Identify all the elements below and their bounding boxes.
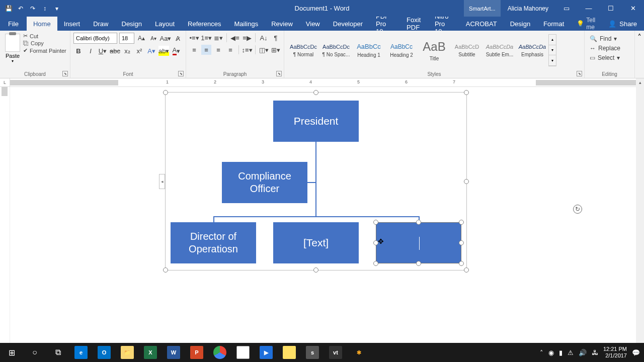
strikethrough-button[interactable]: abc xyxy=(110,46,120,56)
font-color-button[interactable]: A▾ xyxy=(171,46,181,56)
taskbar-clock[interactable]: 12:21 PM 2/1/2017 xyxy=(603,346,627,359)
tray-wifi-icon[interactable]: ⚠ xyxy=(568,349,574,356)
tab-acrobat[interactable]: ACROBAT xyxy=(459,17,504,31)
tab-references[interactable]: References xyxy=(181,17,227,31)
tab-view[interactable]: View xyxy=(299,17,327,31)
style-title[interactable]: AaBTitle xyxy=(418,34,450,66)
cut-button[interactable]: ✂Cut xyxy=(23,33,66,39)
taskbar-app5[interactable]: ✱ xyxy=(347,343,370,362)
grow-font-button[interactable]: A▴ xyxy=(136,33,146,43)
taskbar-app1[interactable] xyxy=(231,343,255,362)
tab-file[interactable]: File xyxy=(0,17,27,31)
tab-home[interactable]: Home xyxy=(27,17,57,31)
undo-icon[interactable]: ↶ xyxy=(16,4,25,13)
format-painter-button[interactable]: ✔Format Painter xyxy=(23,47,66,54)
tab-smartart-design[interactable]: Design xyxy=(504,17,537,31)
task-view-button[interactable]: ⧉ xyxy=(46,343,69,362)
tab-smartart-format[interactable]: Format xyxy=(537,17,571,31)
tab-nitro[interactable]: Nitro Pro 10 xyxy=(428,17,459,31)
styles-expand[interactable]: ▾ xyxy=(549,55,556,66)
subscript-button[interactable]: x₂ xyxy=(122,46,132,56)
org-box-compliance[interactable]: Compliance Officer xyxy=(222,162,307,203)
shading-button[interactable]: ◫▾ xyxy=(259,45,269,55)
taskbar-edge[interactable]: e xyxy=(69,343,93,362)
text-effects-button[interactable]: A▾ xyxy=(146,46,156,56)
font-name-combo[interactable]: Calibri (Body) xyxy=(73,33,117,44)
frame-handle-sw[interactable] xyxy=(163,267,168,273)
scroll-up-button[interactable]: ▴ xyxy=(636,78,644,86)
tab-mailings[interactable]: Mailings xyxy=(228,17,265,31)
decrease-indent-button[interactable]: ◀≡ xyxy=(230,33,240,43)
maximize-button[interactable]: ☐ xyxy=(600,0,622,17)
tray-expand-icon[interactable]: ˄ xyxy=(540,349,543,356)
taskbar-app2[interactable]: ▶ xyxy=(255,343,278,362)
redo-icon[interactable]: ↷ xyxy=(28,4,37,13)
close-button[interactable]: ✕ xyxy=(622,0,644,17)
tray-battery-icon[interactable]: ▮ xyxy=(559,349,562,356)
shape-handle-s[interactable] xyxy=(416,261,421,266)
font-launcher[interactable]: ⬊ xyxy=(178,71,184,76)
style-heading1[interactable]: AaBbCcHeading 1 xyxy=(353,34,385,66)
tab-pdfpro[interactable]: PDF Pro 10 xyxy=(369,17,400,31)
shape-handle-sw[interactable] xyxy=(373,261,378,266)
copy-button[interactable]: ⿻Copy xyxy=(23,40,66,46)
styles-launcher[interactable]: ⬊ xyxy=(577,71,582,76)
ruler-vertical[interactable] xyxy=(0,87,10,343)
org-box-director[interactable]: Director of Operatiosn xyxy=(171,222,256,263)
user-name[interactable]: Alicia Mahoney xyxy=(501,5,555,12)
org-box-text[interactable]: [Text] xyxy=(273,222,359,263)
paragraph-launcher[interactable]: ⬊ xyxy=(276,71,282,76)
justify-button[interactable]: ≡ xyxy=(225,45,235,55)
tab-foxit[interactable]: Foxit PDF xyxy=(400,17,428,31)
taskbar-chrome[interactable] xyxy=(208,343,231,362)
shrink-font-button[interactable]: A▾ xyxy=(148,33,158,43)
touch-mode-icon[interactable]: ↕ xyxy=(40,4,49,13)
taskbar-word[interactable]: W xyxy=(162,343,185,362)
italic-button[interactable]: I xyxy=(86,46,96,56)
increase-indent-button[interactable]: ≡▶ xyxy=(242,33,252,43)
tray-location-icon[interactable]: ◉ xyxy=(548,349,554,356)
underline-button[interactable]: U▾ xyxy=(98,46,108,56)
tell-me-search[interactable]: 💡 Tell me xyxy=(571,17,601,31)
tray-network-icon[interactable]: 🖧 xyxy=(592,349,598,356)
qat-dropdown-icon[interactable]: ▾ xyxy=(52,4,61,13)
tab-insert[interactable]: Insert xyxy=(57,17,87,31)
shape-handle-ne[interactable] xyxy=(459,220,464,225)
frame-handle-nw[interactable] xyxy=(163,90,168,95)
show-marks-button[interactable]: ¶ xyxy=(271,33,281,43)
borders-button[interactable]: ⊞▾ xyxy=(271,45,281,55)
action-center-icon[interactable]: 💬 xyxy=(632,349,640,356)
org-box-president[interactable]: President xyxy=(273,101,359,142)
sort-button[interactable]: A↓ xyxy=(259,33,269,43)
tray-volume-icon[interactable]: 🔊 xyxy=(579,349,587,356)
smartart-frame[interactable]: ◂ President Compliance Officer Director … xyxy=(165,92,467,270)
frame-handle-s[interactable] xyxy=(313,267,318,273)
frame-handle-e[interactable] xyxy=(464,179,469,184)
cortana-button[interactable]: ○ xyxy=(23,343,46,362)
share-button[interactable]: 👤 Share xyxy=(601,20,644,28)
multilevel-list-button[interactable]: ≣▾ xyxy=(213,33,223,43)
page[interactable]: ◂ President Compliance Officer Director … xyxy=(10,87,636,343)
numbering-button[interactable]: 1≡▾ xyxy=(201,33,211,43)
align-right-button[interactable]: ≡ xyxy=(213,45,223,55)
taskbar-outlook[interactable]: O xyxy=(93,343,116,362)
org-box-selected[interactable] xyxy=(376,222,461,263)
tab-layout[interactable]: Layout xyxy=(148,17,181,31)
taskbar-sticky[interactable] xyxy=(278,343,301,362)
tab-draw[interactable]: Draw xyxy=(87,17,115,31)
style-emphasis[interactable]: AaBbCcDaEmphasis xyxy=(516,34,548,66)
text-pane-toggle[interactable]: ◂ xyxy=(159,174,165,189)
shape-handle-nw[interactable] xyxy=(373,220,378,225)
font-size-combo[interactable]: 18 xyxy=(119,33,134,44)
bullets-button[interactable]: •≡▾ xyxy=(189,33,199,43)
frame-handle-se[interactable] xyxy=(464,267,469,273)
style-no-spacing[interactable]: AaBbCcDc¶ No Spac... xyxy=(320,34,352,66)
save-icon[interactable]: 💾 xyxy=(4,4,13,13)
bold-button[interactable]: B xyxy=(73,46,84,56)
style-subtle-emphasis[interactable]: AaBbCcDaSubtle Em... xyxy=(484,34,516,66)
scrollbar-vertical[interactable]: ▴ xyxy=(636,78,644,343)
styles-scroll-down[interactable]: ▾ xyxy=(549,45,556,56)
frame-handle-n[interactable] xyxy=(313,90,318,95)
replace-button[interactable]: ↔Replace xyxy=(588,44,631,52)
tab-developer[interactable]: Developer xyxy=(327,17,369,31)
